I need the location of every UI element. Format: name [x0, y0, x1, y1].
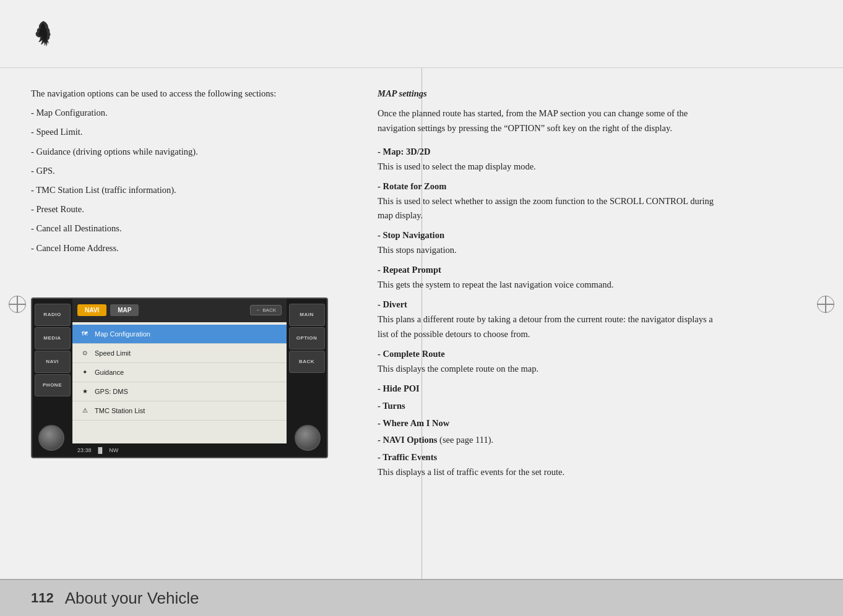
map-settings-title: MAP settings [378, 87, 724, 101]
navi-options-label: - NAVI Options [378, 435, 437, 445]
nav-left-knob [38, 425, 64, 451]
page-container: The navigation options can be used to ac… [0, 0, 843, 616]
stop-nav-desc: This stops navigation. [378, 243, 724, 258]
navi-options-ref: (see page 111). [439, 435, 493, 445]
ferrari-logo [31, 20, 56, 48]
tmc-label: TMC Station List [95, 407, 145, 414]
item-cancel-dest: - Cancel all Destinations. [31, 221, 353, 236]
menu-item-hide-poi: - Hide POI [378, 382, 724, 396]
item-gps: - GPS. [31, 164, 353, 178]
menu-item-map-mode: - Map: 3D/2D This is used to select the … [378, 145, 724, 174]
menu-item-rotate-zoom: - Rotate for Zoom This is used to select… [378, 179, 724, 224]
tmc-icon: ⚠ [80, 406, 90, 416]
guidance-icon: ✦ [80, 367, 90, 377]
hide-poi-label: - Hide POI [378, 383, 420, 393]
divert-desc: This plans a different route by taking a… [378, 312, 724, 342]
nav-time: 23:38 [77, 447, 92, 453]
map-mode-desc: This is used to select the map display m… [378, 160, 724, 174]
where-am-i-label: - Where Am I Now [378, 418, 449, 428]
nav-radio-btn: RADIO [35, 304, 71, 326]
nav-sidebar: RADIO MEDIA NAVI PHONE [32, 299, 72, 457]
footer-title: About your Vehicle [65, 589, 199, 608]
nav-top-bar: NAVI MAP ←BACK [72, 299, 287, 322]
nav-navi-btn: NAVI [35, 351, 71, 373]
item-map-config: - Map Configuration. [31, 106, 353, 120]
nav-back-btn-right: BACK [289, 351, 325, 373]
menu-item-navi-options: - NAVI Options (see page 111). [378, 433, 724, 448]
menu-item-turns: - Turns [378, 399, 724, 414]
nav-screen: RADIO MEDIA NAVI PHONE NAVI MAP [32, 299, 327, 457]
left-column: The navigation options can be used to ac… [31, 87, 353, 567]
nav-menu-item-map-config: 🗺 Map Configuration [72, 325, 287, 344]
item-cancel-home: - Cancel Home Address. [31, 241, 353, 255]
nav-right-knob [295, 425, 321, 451]
nav-media-btn: MEDIA [35, 327, 71, 349]
nav-menu-item-guidance: ✦ Guidance [72, 363, 287, 382]
nav-main-area: NAVI MAP ←BACK 🗺 Map Configuration [72, 299, 287, 457]
rotate-zoom-desc: This is used to select whether to assign… [378, 194, 724, 224]
complete-route-label: - Complete Route [378, 349, 445, 359]
traffic-events-label: - Traffic Events [378, 452, 437, 462]
nav-phone-btn: PHONE [35, 374, 71, 396]
guidance-label: Guidance [95, 369, 124, 376]
nav-tab-navi: NAVI [77, 304, 106, 316]
menu-item-traffic-events: - Traffic Events This displays a list of… [378, 450, 724, 480]
map-settings-intro: Once the planned route has started, from… [378, 106, 724, 136]
rotate-zoom-label: - Rotate for Zoom [378, 181, 446, 191]
map-mode-label: - Map: 3D/2D [378, 147, 430, 156]
content-area: The navigation options can be used to ac… [0, 68, 843, 579]
right-column: MAP settings Once the planned route has … [378, 87, 724, 567]
map-config-icon: 🗺 [80, 329, 90, 339]
nav-menu-item-speed: ⊙ Speed Limit [72, 344, 287, 363]
item-guidance: - Guidance (driving options while naviga… [31, 145, 353, 159]
nav-screen-image: RADIO MEDIA NAVI PHONE NAVI MAP [31, 297, 328, 458]
map-config-label: Map Configuration [95, 330, 150, 338]
nav-direction: NW [109, 447, 118, 453]
nav-tab-map: MAP [110, 304, 139, 316]
speed-label: Speed Limit [95, 349, 131, 357]
intro-text: The navigation options can be used to ac… [31, 87, 353, 101]
nav-menu-list: 🗺 Map Configuration ⊙ Speed Limit ✦ Guid… [72, 322, 287, 443]
traffic-events-desc: This displays a list of traffic events f… [378, 465, 724, 480]
turns-label: - Turns [378, 401, 405, 411]
nav-main-btn: MAIN [289, 304, 325, 326]
item-tmc: - TMC Station List (traffic information)… [31, 183, 353, 197]
menu-item-where-am-i: - Where Am I Now [378, 416, 724, 431]
speed-icon: ⊙ [80, 348, 90, 358]
left-text-block: The navigation options can be used to ac… [31, 87, 353, 260]
divert-label: - Divert [378, 299, 407, 309]
footer: 112 About your Vehicle [0, 579, 843, 616]
stop-nav-label: - Stop Navigation [378, 230, 444, 240]
nav-right-buttons: MAIN OPTION BACK [287, 299, 327, 457]
repeat-prompt-label: - Repeat Prompt [378, 265, 441, 275]
menu-item-complete-route: - Complete Route This displays the compl… [378, 347, 724, 377]
menu-item-stop-nav: - Stop Navigation This stops navigation. [378, 228, 724, 258]
nav-menu-item-gps: ★ GPS: DMS [72, 382, 287, 401]
page-number: 112 [31, 590, 54, 606]
nav-option-btn: OPTION [289, 327, 325, 349]
nav-status-bar: 23:38 ▐▌ NW [72, 443, 287, 457]
nav-signal-icon: ▐▌ [97, 447, 105, 453]
nav-back-button: ←BACK [250, 305, 282, 315]
menu-item-divert: - Divert This plans a different route by… [378, 297, 724, 342]
menu-item-repeat-prompt: - Repeat Prompt This gets the system to … [378, 263, 724, 293]
complete-route-desc: This displays the complete route on the … [378, 362, 724, 377]
item-speed-limit: - Speed Limit. [31, 125, 353, 139]
repeat-prompt-desc: This gets the system to repeat the last … [378, 278, 724, 293]
gps-label: GPS: DMS [95, 388, 128, 395]
top-bar [0, 0, 843, 68]
item-preset: - Preset Route. [31, 202, 353, 216]
gps-icon: ★ [80, 387, 90, 396]
nav-menu-item-tmc: ⚠ TMC Station List [72, 401, 287, 421]
